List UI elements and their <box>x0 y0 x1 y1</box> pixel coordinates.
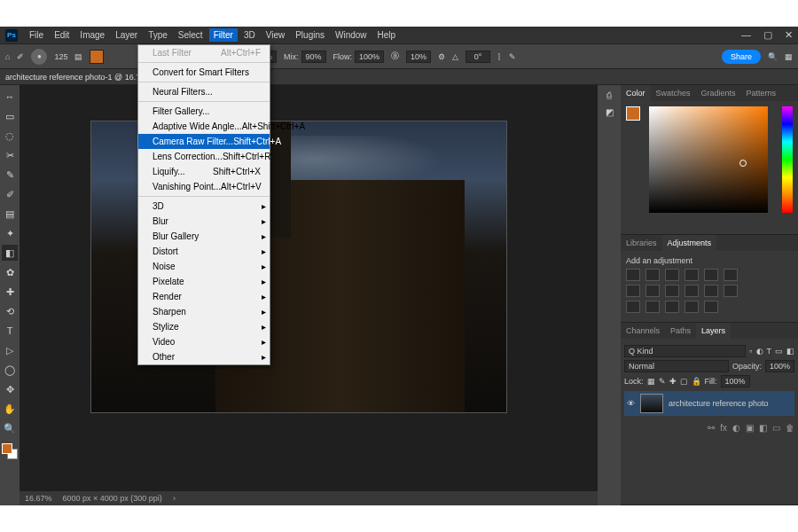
menu-neural-filters[interactable]: Neural Filters... <box>138 84 270 99</box>
layer-mask-icon[interactable]: ◐ <box>732 423 740 433</box>
wet-value[interactable]: 90% <box>301 51 326 63</box>
submenu-distort[interactable]: Distort▸ <box>138 244 270 259</box>
submenu-render[interactable]: Render▸ <box>138 289 270 304</box>
crop-tool[interactable]: ✂ <box>2 147 18 163</box>
adj-threshold[interactable] <box>626 301 640 313</box>
filter-adjust-icon[interactable]: ◐ <box>756 347 763 356</box>
new-fill-icon[interactable]: ▣ <box>746 423 754 433</box>
lock-artboard-icon[interactable]: ▢ <box>680 377 688 386</box>
tab-gradients[interactable]: Gradients <box>696 85 741 101</box>
menu-select[interactable]: Select <box>174 28 207 42</box>
eyedropper-tool[interactable]: ✎ <box>2 167 18 183</box>
properties-icon[interactable]: ◩ <box>606 107 614 117</box>
opacity-value[interactable]: 100% <box>765 360 794 372</box>
frame-tool[interactable]: ▤ <box>2 206 18 222</box>
submenu-sharpen[interactable]: Sharpen▸ <box>138 304 270 319</box>
menu-file[interactable]: File <box>25 28 48 42</box>
menu-filter-gallery[interactable]: Filter Gallery... <box>138 104 270 119</box>
lock-pixel-icon[interactable]: ✎ <box>659 377 666 386</box>
menu-vanishing-point[interactable]: Vanishing Point...Alt+Ctrl+V <box>138 179 270 194</box>
fg-bg-swatches[interactable] <box>2 443 18 459</box>
submenu-blur[interactable]: Blur▸ <box>138 214 270 229</box>
hue-slider[interactable] <box>782 106 793 213</box>
lock-position-icon[interactable]: ✚ <box>669 377 677 386</box>
adj-hue[interactable] <box>724 269 738 281</box>
submenu-video[interactable]: Video▸ <box>138 334 270 349</box>
close-icon[interactable]: ✕ <box>785 29 793 41</box>
zoom-level[interactable]: 16.67% <box>25 494 52 503</box>
menu-layer[interactable]: Layer <box>111 28 142 42</box>
gradient-tool[interactable]: ⟲ <box>2 303 18 319</box>
angle-value[interactable]: 0° <box>466 51 490 63</box>
tab-color[interactable]: Color <box>621 85 651 101</box>
adj-posterize[interactable] <box>724 285 738 297</box>
submenu-stylize[interactable]: Stylize▸ <box>138 319 270 334</box>
picker-cursor[interactable] <box>739 160 747 167</box>
brush-size[interactable]: 125 <box>54 52 67 61</box>
submenu-noise[interactable]: Noise▸ <box>138 259 270 274</box>
menu-liquify[interactable]: Liquify...Shift+Ctrl+X <box>138 164 270 179</box>
adj-vibrance[interactable] <box>704 269 718 281</box>
adj-photo-filter[interactable] <box>645 285 660 297</box>
menu-lens-correction[interactable]: Lens Correction...Shift+Ctrl+R <box>138 149 270 164</box>
adj-levels[interactable] <box>645 269 660 281</box>
blend-mode[interactable]: Normal <box>624 360 729 372</box>
foreground-color[interactable] <box>626 106 640 121</box>
airbrush-icon[interactable]: ⓐ <box>391 51 399 62</box>
tab-patterns[interactable]: Patterns <box>741 85 782 101</box>
submenu-pixelate[interactable]: Pixelate▸ <box>138 274 270 289</box>
adj-curves[interactable] <box>665 269 679 281</box>
tab-libraries[interactable]: Libraries <box>621 235 662 251</box>
menu-plugins[interactable]: Plugins <box>291 28 329 42</box>
layer-kind-filter[interactable]: Q Kind <box>624 345 746 357</box>
mixer-brush-tool[interactable]: ◧ <box>2 245 18 261</box>
color-picker[interactable] <box>649 106 768 213</box>
eraser-tool[interactable]: ✚ <box>2 284 18 300</box>
adj-color-lookup[interactable] <box>685 285 699 297</box>
adj-channel-mixer[interactable] <box>665 285 679 297</box>
share-button[interactable]: Share <box>722 50 761 64</box>
brush-tool-icon[interactable]: ✐ <box>17 52 24 61</box>
color-swatch[interactable] <box>90 50 104 64</box>
adj-bw[interactable] <box>626 285 640 297</box>
path-tool[interactable]: ✥ <box>2 381 18 397</box>
tab-adjustments[interactable]: Adjustments <box>662 235 717 251</box>
menu-3d[interactable]: 3D <box>239 28 260 42</box>
pressure-icon[interactable]: ✎ <box>509 52 516 61</box>
menu-filter[interactable]: Filter <box>209 28 238 42</box>
flow-value[interactable]: 100% <box>355 51 384 63</box>
tab-channels[interactable]: Channels <box>621 323 665 339</box>
workspace-icon[interactable]: ▦ <box>785 52 793 61</box>
maximize-icon[interactable]: ▢ <box>763 29 772 41</box>
hand-tool[interactable]: ✋ <box>2 401 18 417</box>
type-tool[interactable]: T <box>2 323 18 339</box>
layer-fx-icon[interactable]: fx <box>720 423 727 433</box>
brush-tool[interactable]: ✐ <box>2 186 18 202</box>
menu-edit[interactable]: Edit <box>50 28 74 42</box>
submenu-3d[interactable]: 3D▸ <box>138 199 270 214</box>
tab-paths[interactable]: Paths <box>665 323 696 339</box>
clone-tool[interactable]: ✿ <box>2 264 18 280</box>
fill-value[interactable]: 100% <box>721 375 750 387</box>
menu-image[interactable]: Image <box>75 28 109 42</box>
brush-preset[interactable]: ● <box>31 49 47 65</box>
adj-exposure[interactable] <box>685 269 699 281</box>
visibility-icon[interactable]: 👁 <box>627 399 635 408</box>
zoom-tool[interactable]: 🔍 <box>2 420 18 436</box>
adj-selective-color[interactable] <box>665 301 679 313</box>
adj-extra1[interactable] <box>685 301 699 313</box>
adj-extra2[interactable] <box>704 301 718 313</box>
minimize-icon[interactable]: — <box>741 29 751 41</box>
home-icon[interactable]: ⌂ <box>5 52 10 61</box>
layer-name[interactable]: architecture reference photo <box>669 399 769 408</box>
filter-pixel-icon[interactable]: ▫ <box>749 347 752 356</box>
filter-smart-icon[interactable]: ◧ <box>786 347 794 356</box>
menu-adaptive-wide-angle[interactable]: Adaptive Wide Angle...Alt+Shift+Ctrl+A <box>138 119 270 134</box>
document-tab[interactable]: architecture reference photo-1 @ 16.7% <box>0 69 798 85</box>
lasso-tool[interactable]: ◌ <box>2 128 18 144</box>
healing-tool[interactable]: ✦ <box>2 225 18 241</box>
tab-swatches[interactable]: Swatches <box>651 85 696 101</box>
menu-view[interactable]: View <box>262 28 290 42</box>
history-icon[interactable]: ⎙ <box>606 90 612 100</box>
tab-layers[interactable]: Layers <box>696 323 731 339</box>
